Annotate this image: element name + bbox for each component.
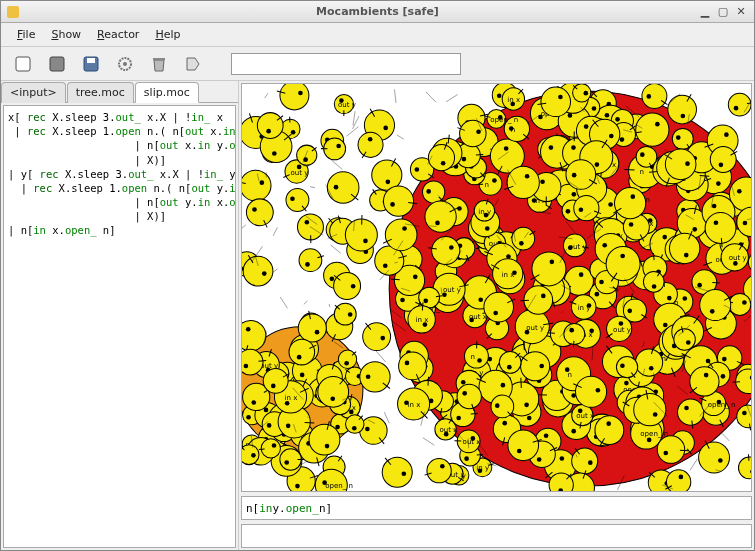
svg-point-340 [537,457,542,462]
svg-point-5 [123,62,127,66]
svg-point-548 [629,222,634,227]
svg-point-341 [635,349,662,376]
svg-point-295 [608,202,613,207]
svg-point-528 [423,299,428,304]
svg-point-835 [298,91,303,96]
svg-point-584 [507,365,512,370]
svg-line-515 [653,253,654,260]
tab-slip[interactable]: slip.moc [135,82,199,103]
svg-point-1024 [271,384,276,389]
svg-point-396 [571,429,576,434]
svg-point-684 [550,260,555,265]
svg-line-1153 [397,135,404,139]
svg-point-538 [539,364,544,369]
maximize-icon[interactable]: ▢ [716,5,730,19]
svg-point-1068 [390,202,395,207]
svg-point-668 [631,194,636,199]
svg-point-522 [599,280,604,285]
status-readout: n[in y.open_ n] [241,496,752,520]
svg-point-1053 [336,144,341,149]
svg-point-682 [532,252,566,286]
menu-show[interactable]: Show [43,25,89,44]
svg-point-679 [425,201,456,232]
new-button[interactable] [11,52,35,76]
tab-tree[interactable]: tree.moc [67,82,134,103]
svg-line-1155 [265,93,268,98]
svg-point-251 [595,416,624,445]
svg-point-1065 [244,364,249,369]
svg-line-951 [305,422,315,423]
code-editor[interactable]: x[ rec X.sleep 3.out_ x.X | !in_ x | rec… [3,105,236,548]
visualization-canvas[interactable]: open_ nnout xout yopen_ nout xout yout y… [241,83,752,492]
svg-point-964 [441,161,446,166]
svg-text:open_ n: open_ n [708,400,736,409]
svg-point-649 [595,162,600,167]
svg-point-1059 [297,355,302,360]
svg-point-241 [502,421,507,426]
app-window: Mocambients [safe] ▁ ▢ ✕ File Show React… [0,0,755,551]
svg-point-526 [419,287,440,308]
close-icon[interactable]: ✕ [734,5,748,19]
svg-point-600 [517,449,522,454]
svg-point-553 [432,236,460,264]
svg-point-1028 [460,120,486,146]
svg-point-1012 [297,145,317,165]
svg-line-1170 [353,111,355,125]
trash-button[interactable] [147,52,171,76]
svg-point-1005 [284,460,289,465]
svg-line-471 [680,450,688,451]
svg-text:n: n [470,352,474,361]
svg-point-899 [305,262,310,267]
svg-point-146 [400,298,405,303]
svg-text:in x: in x [416,315,429,324]
minimize-icon[interactable]: ▁ [698,5,712,19]
svg-text:out x: out x [440,425,458,434]
svg-point-1069 [257,113,283,139]
svg-point-562 [705,213,736,244]
svg-point-905 [295,484,300,489]
svg-point-416 [484,292,514,322]
menu-help[interactable]: Help [147,25,188,44]
menu-file[interactable]: File [9,25,43,44]
settings-button[interactable] [113,52,137,76]
svg-point-708 [685,161,690,166]
svg-point-445 [616,356,637,377]
svg-point-1056 [305,220,310,225]
svg-point-1050 [440,464,445,469]
svg-point-330 [456,416,461,421]
svg-text:n: n [484,180,488,189]
svg-point-1033 [497,93,502,98]
svg-point-850 [380,336,385,341]
svg-point-793 [646,94,651,99]
menu-reactor[interactable]: Reactor [89,25,147,44]
svg-point-832 [681,114,686,119]
svg-point-925 [386,179,391,184]
svg-point-958 [246,327,251,332]
svg-point-324 [566,209,571,214]
svg-point-1036 [405,361,410,366]
svg-point-1066 [383,186,413,216]
svg-text:open_ n: open_ n [325,481,353,490]
open-button[interactable] [45,52,69,76]
toolbar-input[interactable] [231,53,461,75]
tab-input[interactable]: <input> [1,82,66,103]
svg-line-1132 [423,438,434,445]
svg-point-975 [246,199,273,226]
svg-text:in x: in x [284,393,297,402]
svg-point-854 [358,132,383,157]
svg-point-536 [521,352,550,381]
svg-point-1006 [261,439,280,458]
svg-line-543 [422,302,423,310]
save-button[interactable] [79,52,103,76]
svg-point-874 [742,411,747,416]
svg-point-877 [464,456,469,461]
svg-point-561 [742,300,747,305]
svg-point-603 [413,275,418,280]
svg-point-1071 [266,129,271,134]
svg-point-628 [620,137,625,142]
svg-line-1173 [690,459,697,470]
toolbar [1,47,754,81]
tag-button[interactable] [181,52,205,76]
svg-point-799 [365,427,370,432]
svg-point-783 [251,400,256,405]
